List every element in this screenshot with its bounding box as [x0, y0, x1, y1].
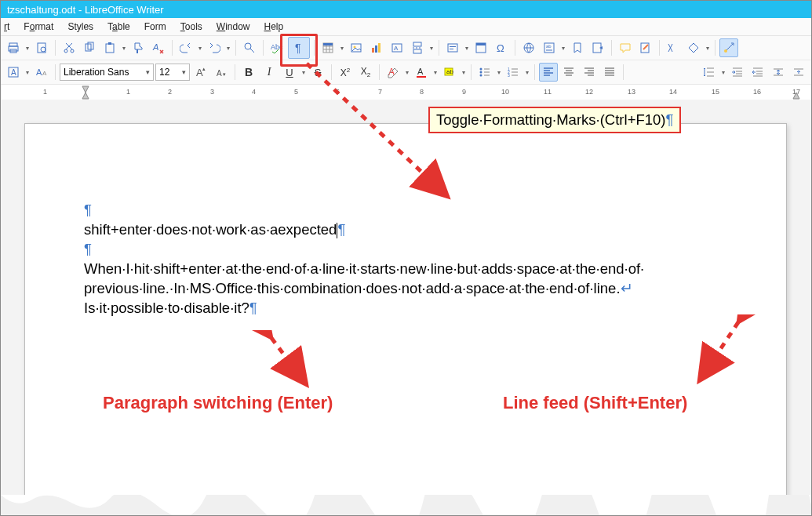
insert-image-button[interactable]: [347, 38, 366, 57]
menu-table[interactable]: Table: [101, 20, 137, 34]
numbering-button[interactable]: 123: [504, 63, 523, 82]
print-dropdown[interactable]: ▾: [24, 45, 31, 52]
insert-comment-button[interactable]: [616, 38, 635, 57]
shapes-dropdown[interactable]: ▾: [705, 45, 711, 52]
svg-point-6: [71, 49, 74, 53]
clone-formatting-button[interactable]: [129, 38, 147, 57]
insert-cross-ref-button[interactable]: [588, 38, 607, 57]
dropdown-icon: ▾: [146, 68, 150, 76]
undo-dropdown[interactable]: ▾: [197, 45, 203, 52]
copy-button[interactable]: [80, 38, 99, 57]
menu-window[interactable]: Window: [210, 20, 257, 34]
toolbar-formatting: A ▾ AA Liberation Sans▾ 12▾ A▴ A▾ B I U …: [1, 60, 811, 85]
undo-button[interactable]: [177, 38, 195, 57]
bold-button[interactable]: B: [239, 63, 258, 82]
superscript-button[interactable]: X2: [336, 63, 355, 82]
clear-dropdown[interactable]: ▾: [404, 69, 410, 76]
paste-button[interactable]: [100, 38, 119, 57]
table-dropdown[interactable]: ▾: [339, 45, 345, 52]
insert-chart-button[interactable]: [367, 38, 386, 57]
find-button[interactable]: [240, 38, 259, 57]
svg-rect-49: [417, 76, 426, 78]
insert-field-button[interactable]: [443, 38, 462, 57]
font-color-dropdown[interactable]: ▾: [432, 69, 439, 76]
increase-para-spacing-button[interactable]: [769, 63, 788, 82]
clear-formatting-button[interactable]: A: [149, 38, 168, 57]
decrease-indent-button[interactable]: [748, 63, 767, 82]
menu-insert-partial[interactable]: rt: [4, 20, 16, 34]
paragraph-body: When·I·hit·shift+enter·at·the·end·of·a·l…: [84, 260, 739, 318]
font-size-combo[interactable]: 12▾: [155, 64, 190, 81]
print-preview-button[interactable]: [32, 38, 51, 57]
menu-format[interactable]: Format: [17, 20, 60, 34]
increase-font-button[interactable]: A▴: [191, 63, 210, 82]
horizontal-ruler[interactable]: 1 123 456 789 101112 131415 1617: [1, 85, 811, 101]
symbol-shapes-button[interactable]: [684, 38, 703, 57]
track-changes-button[interactable]: [636, 38, 655, 57]
annotation-paragraph: Paragraph switching (Enter): [103, 393, 333, 413]
basic-shapes-button[interactable]: [664, 38, 683, 57]
insert-special-char-button[interactable]: Ω: [492, 38, 511, 57]
separator: [235, 40, 236, 56]
insert-bookmark-button[interactable]: [568, 38, 587, 57]
separator: [623, 64, 624, 80]
svg-rect-11: [137, 49, 138, 53]
redo-button[interactable]: [205, 38, 224, 57]
menu-help[interactable]: Help: [257, 20, 289, 34]
separator: [263, 40, 264, 56]
draw-functions-button[interactable]: [719, 38, 738, 57]
menu-tools[interactable]: Tools: [174, 20, 209, 34]
align-left-button[interactable]: [539, 63, 558, 82]
svg-point-13: [245, 43, 251, 49]
menu-styles[interactable]: Styles: [61, 20, 100, 34]
insert-footnote-button[interactable]: ab: [540, 38, 559, 57]
svg-rect-21: [375, 45, 377, 53]
svg-marker-76: [82, 86, 89, 93]
redo-dropdown[interactable]: ▾: [225, 45, 231, 52]
numbering-dropdown[interactable]: ▾: [524, 69, 530, 76]
style-dropdown[interactable]: ▾: [24, 69, 31, 76]
decrease-font-button[interactable]: A▾: [212, 63, 231, 82]
highlight-dropdown[interactable]: ▾: [461, 69, 467, 76]
highlight-button[interactable]: ab: [440, 63, 459, 82]
subscript-button[interactable]: X2: [356, 63, 375, 82]
insert-textbox-button[interactable]: A: [388, 38, 406, 57]
svg-text:14: 14: [669, 88, 677, 96]
paragraph-title: shift+enter·does·not·work·as·aexpected¶: [84, 220, 739, 240]
align-center-button[interactable]: [559, 63, 578, 82]
field-dropdown[interactable]: ▾: [464, 45, 470, 52]
clear-button[interactable]: A: [384, 63, 402, 82]
insert-pagebreak-button[interactable]: [408, 38, 427, 57]
decrease-para-spacing-button[interactable]: [789, 63, 808, 82]
align-right-button[interactable]: [580, 63, 599, 82]
insert-header-button[interactable]: [472, 38, 490, 57]
cut-button[interactable]: [60, 38, 78, 57]
align-justify-button[interactable]: [600, 63, 619, 82]
update-style-button[interactable]: AA: [32, 63, 51, 82]
separator: [471, 64, 472, 80]
paste-dropdown[interactable]: ▾: [121, 45, 127, 52]
page-content[interactable]: ¶ shift+enter·does·not·work·as·aexpected…: [84, 201, 739, 318]
footnote-dropdown[interactable]: ▾: [560, 45, 566, 52]
bullets-dropdown[interactable]: ▾: [496, 69, 502, 76]
svg-text:A: A: [11, 68, 16, 77]
paragraph-style-button[interactable]: A: [4, 63, 23, 82]
italic-button[interactable]: I: [260, 63, 279, 82]
pagebreak-dropdown[interactable]: ▾: [428, 45, 435, 52]
svg-text:▾: ▾: [223, 71, 226, 77]
spacing-dropdown[interactable]: ▾: [720, 69, 726, 76]
menu-form[interactable]: Form: [138, 20, 173, 34]
bullets-button[interactable]: [475, 63, 494, 82]
print-button[interactable]: [4, 38, 23, 57]
toolbar-main: ▾ ▾ A ▾ ▾ Abc ¶ ▾ A ▾ ▾ Ω ab ▾: [1, 36, 811, 60]
insert-hyperlink-button[interactable]: [519, 38, 538, 57]
line-spacing-button[interactable]: [700, 63, 719, 82]
font-color-button[interactable]: A: [412, 63, 431, 82]
document-area[interactable]: ¶ shift+enter·does·not·work·as·aexpected…: [1, 100, 811, 515]
svg-text:A: A: [417, 67, 424, 76]
increase-indent-button[interactable]: [728, 63, 747, 82]
insert-table-button[interactable]: [319, 38, 337, 57]
svg-text:16: 16: [753, 88, 761, 96]
font-name-combo[interactable]: Liberation Sans▾: [60, 64, 154, 81]
underline-dropdown[interactable]: ▾: [300, 69, 307, 76]
